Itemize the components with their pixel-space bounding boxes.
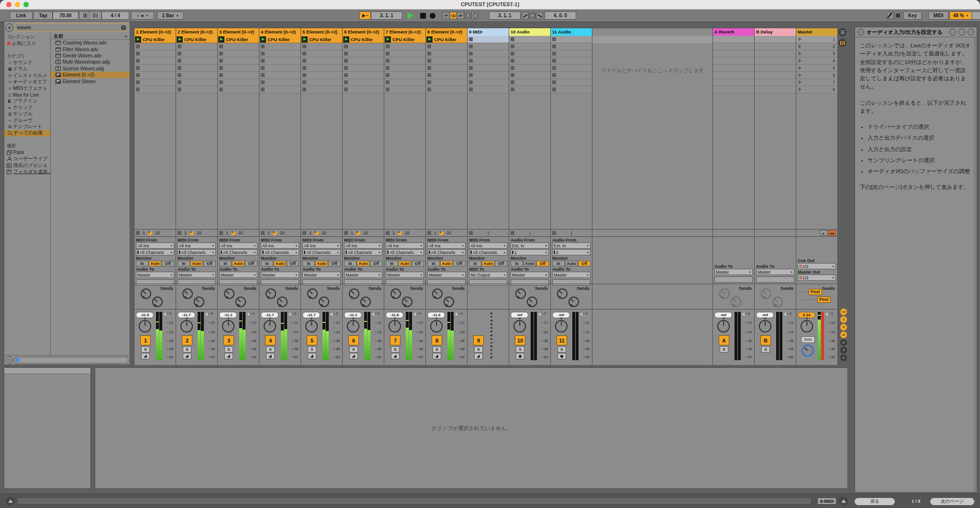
- clip-slot[interactable]: [176, 57, 217, 65]
- input-type-chooser[interactable]: All Ins▼: [302, 243, 341, 249]
- clip-launch-button[interactable]: [301, 36, 308, 43]
- monitor-in-button[interactable]: In: [344, 261, 356, 266]
- clip-stop-icon[interactable]: [261, 231, 265, 235]
- clip-stop-icon[interactable]: [427, 231, 431, 235]
- input-channel-chooser[interactable]: All Channels▼: [261, 249, 299, 255]
- monitor-off-button[interactable]: Off: [245, 261, 257, 266]
- arm-button[interactable]: [433, 353, 441, 359]
- scene-play-icon[interactable]: [799, 80, 802, 84]
- volume-fader-icon[interactable]: [163, 312, 166, 316]
- monitor-in-button[interactable]: In: [511, 261, 523, 266]
- clip-slot[interactable]: [259, 50, 301, 57]
- volume-fader-icon[interactable]: [413, 312, 416, 316]
- sidebar-item[interactable]: ◻Max for Live: [4, 91, 50, 98]
- clip-slot[interactable]: [301, 79, 342, 86]
- output-type-chooser[interactable]: Master▼: [386, 272, 424, 278]
- scene-slot[interactable]: 2: [796, 43, 837, 50]
- session-record-button[interactable]: [471, 12, 479, 19]
- clip-slot[interactable]: [755, 65, 796, 72]
- volume-fader-icon[interactable]: [205, 312, 208, 316]
- sidebar-item[interactable]: ≡MIDIエフェクト: [4, 85, 50, 91]
- solo-button[interactable]: S: [516, 346, 524, 353]
- input-type-chooser[interactable]: Ext. In▼: [511, 243, 549, 249]
- volume-fader-icon[interactable]: [783, 312, 786, 316]
- clip-slot[interactable]: [218, 43, 259, 50]
- input-type-chooser[interactable]: All Ins▼: [219, 243, 257, 249]
- clip-launch-button[interactable]: [135, 36, 141, 43]
- send-b-knob[interactable]: B: [568, 297, 579, 307]
- input-channel-chooser[interactable]: All Channels▼: [427, 249, 466, 255]
- clip-stop-icon[interactable]: [178, 231, 181, 235]
- clip-slot[interactable]: [301, 57, 342, 65]
- clip-slot[interactable]: [301, 72, 342, 79]
- loop-start-field[interactable]: 3. 1. 1: [489, 11, 521, 20]
- solo-button[interactable]: S: [720, 346, 728, 353]
- record-button[interactable]: [430, 11, 435, 20]
- input-type-chooser[interactable]: All Ins▼: [386, 243, 424, 249]
- monitor-in-button[interactable]: In: [552, 261, 565, 266]
- clip[interactable]: CPU Killer: [176, 36, 217, 43]
- clip-slot[interactable]: [343, 43, 384, 50]
- track-header[interactable]: Master: [796, 28, 837, 36]
- clip-slot[interactable]: [384, 79, 425, 86]
- output-type-chooser[interactable]: Master▼: [511, 272, 549, 278]
- clip-slot[interactable]: [426, 57, 467, 65]
- clip-slot[interactable]: [713, 72, 754, 79]
- pan-knob[interactable]: [801, 320, 813, 332]
- monitor-auto-button[interactable]: Auto: [482, 261, 494, 266]
- monitor-auto-button[interactable]: Auto: [399, 261, 411, 266]
- clip[interactable]: CPU Killer: [384, 36, 425, 43]
- send-b-knob[interactable]: B: [444, 297, 454, 307]
- clip-slot[interactable]: [343, 79, 384, 86]
- send-b-knob[interactable]: B: [527, 297, 537, 307]
- clip-slot[interactable]: [218, 79, 259, 86]
- volume-fader-icon[interactable]: [825, 312, 828, 316]
- volume-fader-icon[interactable]: [288, 312, 291, 316]
- clip-slot[interactable]: [176, 65, 217, 72]
- arm-button[interactable]: [391, 353, 400, 359]
- clip-slot[interactable]: [592, 36, 713, 43]
- output-type-chooser[interactable]: No Output▼: [469, 272, 507, 278]
- groove-pool-icon[interactable]: ≈: [6, 356, 13, 364]
- pan-knob[interactable]: [305, 320, 318, 332]
- clip-slot[interactable]: [176, 43, 217, 50]
- arm-button[interactable]: [349, 353, 358, 359]
- show-info-view-button[interactable]: [6, 497, 15, 506]
- show-hide-m-button[interactable]: M: [840, 331, 847, 338]
- scrollbar[interactable]: [974, 37, 976, 492]
- track-header[interactable]: 10 Audio: [509, 28, 550, 36]
- lesson-home-icon[interactable]: ⌂: [968, 29, 974, 35]
- send-a-knob[interactable]: A: [761, 288, 771, 299]
- show-hide-d-button[interactable]: D: [840, 339, 847, 346]
- clip-slot[interactable]: [218, 65, 259, 72]
- send-a-knob[interactable]: A: [432, 288, 443, 299]
- monitor-in-button[interactable]: In: [302, 261, 315, 266]
- clip-slot[interactable]: [509, 72, 550, 79]
- sidebar-item[interactable]: ▦ドラム: [4, 66, 50, 72]
- clip-slot[interactable]: [713, 65, 754, 72]
- clip-launch-button[interactable]: [385, 36, 391, 43]
- search-input[interactable]: [17, 25, 121, 30]
- clip-slot[interactable]: [301, 50, 342, 57]
- clip-slot[interactable]: [176, 72, 217, 79]
- clip-slot[interactable]: [384, 57, 425, 65]
- clip-slot[interactable]: [468, 50, 509, 57]
- clip-slot[interactable]: [426, 50, 467, 57]
- clip-slot[interactable]: [551, 57, 592, 65]
- input-channel-chooser[interactable]: 2▼: [552, 249, 590, 255]
- input-type-chooser[interactable]: Ext. In▼: [552, 243, 590, 249]
- re-enable-automation-button[interactable]: [457, 12, 464, 19]
- volume-fader-icon[interactable]: [330, 312, 333, 316]
- clip-slot[interactable]: [259, 86, 301, 93]
- file-list-item[interactable]: Element Stereo: [51, 78, 130, 84]
- clip-slot[interactable]: [343, 65, 384, 72]
- capture-midi-button[interactable]: [464, 12, 471, 19]
- send-b-knob[interactable]: B: [194, 297, 204, 307]
- solo-button[interactable]: S: [557, 346, 566, 353]
- volume-fader-icon[interactable]: [246, 312, 249, 316]
- output-type-chooser[interactable]: Master▼: [178, 272, 216, 278]
- clip-slot[interactable]: [259, 79, 301, 86]
- clip-slot[interactable]: [713, 50, 754, 57]
- clip-slot[interactable]: [134, 79, 176, 86]
- send-a-knob[interactable]: A: [224, 288, 234, 299]
